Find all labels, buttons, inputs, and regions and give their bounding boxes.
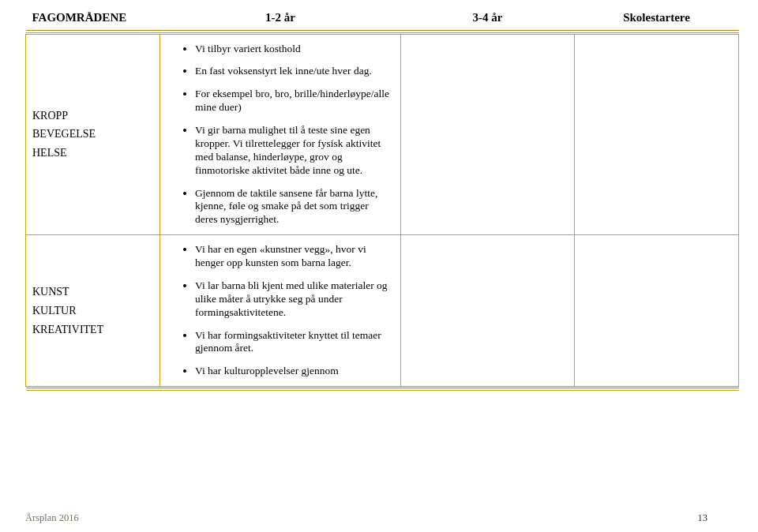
bottom-divider [26, 387, 739, 392]
curriculum-table: FAGOMRÅDENE 1-2 år 3-4 år Skolestartere … [25, 6, 739, 392]
list-item: Gjennom de taktile sansene får barna lyt… [195, 187, 394, 227]
row-kropp-bevegelse-helse: KROPP BEVEGELSE HELSE Vi tilbyr variert … [26, 34, 739, 235]
bullet-list-kropp: Vi tilbyr variert kosthold En fast vokse… [160, 43, 394, 227]
list-item: Vi lar barna bli kjent med ulike materia… [195, 279, 394, 320]
list-item: Vi tilbyr variert kosthold [195, 43, 394, 56]
header-1-2-ar: 1-2 år [160, 6, 401, 29]
header-skolestartere: Skolestartere [575, 6, 739, 29]
footer-page-number: 13 [698, 512, 708, 524]
header-row: FAGOMRÅDENE 1-2 år 3-4 år Skolestartere [26, 6, 739, 29]
list-item: Vi gir barna mulighet til å teste sine e… [195, 124, 394, 178]
list-item: Vi har formingsaktiviteter knyttet til t… [195, 329, 394, 356]
header-3-4-ar: 3-4 år [401, 6, 575, 29]
label-kropp: KROPP [32, 107, 153, 126]
row-label-kunst: KUNST KULTUR KREATIVITET [26, 235, 160, 387]
cell-kunst-1-2: Vi har en egen «kunstner vegg», hvor vi … [160, 235, 401, 387]
list-item: Vi har kulturopplevelser gjennom [195, 365, 394, 378]
label-kultur: KULTUR [32, 302, 153, 320]
footer-title: Årsplan 2016 [25, 512, 79, 524]
cell-kunst-3-4 [401, 235, 575, 387]
row-label-kropp: KROPP BEVEGELSE HELSE [26, 34, 160, 235]
cell-kunst-skolestartere [575, 235, 739, 387]
label-helse: HELSE [32, 144, 153, 163]
cell-kropp-3-4 [401, 34, 575, 235]
bullet-list-kunst: Vi har en egen «kunstner vegg», hvor vi … [160, 243, 394, 378]
cell-kropp-1-2: Vi tilbyr variert kosthold En fast vokse… [160, 34, 401, 235]
header-fagomradene: FAGOMRÅDENE [26, 6, 160, 29]
list-item: En fast voksenstyrt lek inne/ute hver da… [195, 65, 394, 78]
label-kreativitet: KREATIVITET [32, 320, 153, 339]
list-item: Vi har en egen «kunstner vegg», hvor vi … [195, 243, 394, 270]
cell-kropp-skolestartere [575, 34, 739, 235]
list-item: For eksempel bro, bro, brille/hinderløyp… [195, 88, 394, 114]
page-footer: Årsplan 2016 13 [25, 512, 739, 524]
label-bevegelse: BEVEGELSE [32, 125, 153, 144]
row-kunst-kultur-kreativitet: KUNST KULTUR KREATIVITET Vi har en egen … [26, 235, 739, 387]
label-kunst: KUNST [32, 283, 153, 302]
